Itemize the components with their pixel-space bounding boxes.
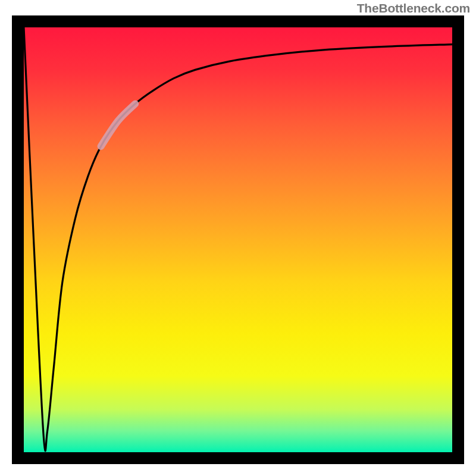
attribution-label: TheBottleneck.com xyxy=(357,1,470,15)
chart-wrapper: TheBottleneck.com xyxy=(0,0,476,476)
curve-svg xyxy=(24,27,452,452)
plot-frame xyxy=(12,15,464,464)
plot-area xyxy=(24,27,452,452)
curve-path xyxy=(24,27,452,451)
curve-highlight xyxy=(101,104,136,146)
